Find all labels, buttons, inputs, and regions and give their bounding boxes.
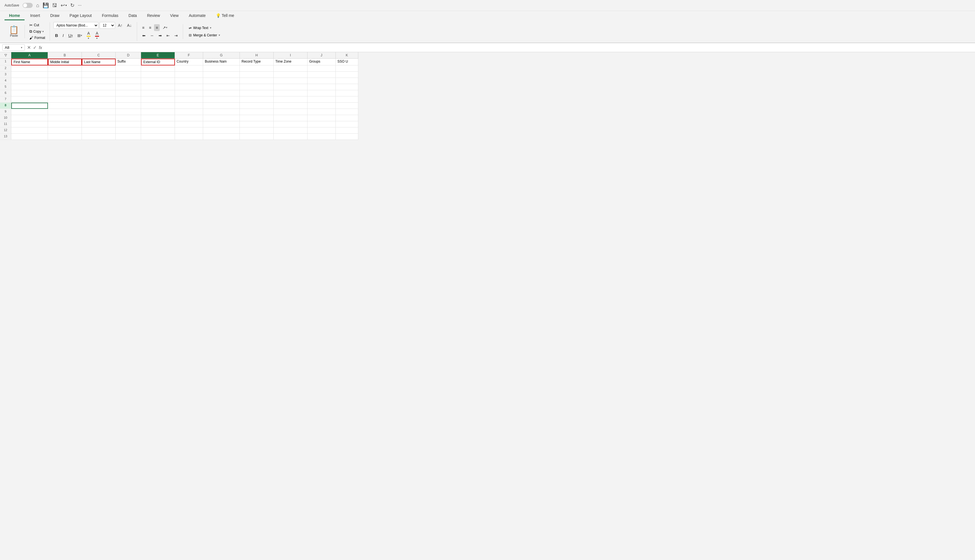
cell-d5[interactable] — [116, 84, 141, 90]
col-header-g[interactable]: G — [203, 52, 240, 58]
cell-b3[interactable] — [48, 72, 82, 78]
font-color-dropdown[interactable]: ▾ — [96, 37, 98, 40]
cell-e1[interactable]: External ID — [141, 58, 175, 65]
cell-b1[interactable]: Middle Initial — [48, 58, 82, 65]
cell-j1[interactable]: Groups — [307, 58, 336, 65]
cell-e12[interactable] — [141, 127, 175, 134]
format-painter-button[interactable]: 🖌 Format — [28, 35, 47, 41]
cell-b10[interactable] — [48, 115, 82, 121]
cell-c2[interactable] — [82, 65, 116, 72]
col-header-k[interactable]: K — [336, 52, 358, 58]
align-center-button[interactable]: ↔ — [149, 32, 156, 39]
row-number-13[interactable]: 13 — [0, 134, 11, 140]
underline-button[interactable]: U ▾ — [67, 32, 75, 39]
decrease-font-button[interactable]: A↓ — [125, 22, 133, 29]
col-header-b[interactable]: B — [48, 52, 82, 58]
cell-ref-dropdown[interactable]: ▾ — [21, 46, 22, 49]
cell-i13[interactable] — [274, 134, 307, 140]
merge-center-button[interactable]: ⊟ Merge & Center ▾ — [187, 32, 223, 38]
cell-k12[interactable] — [336, 127, 358, 134]
row-number-4[interactable]: 4 — [0, 78, 11, 84]
cell-c4[interactable] — [82, 78, 116, 84]
align-left-button[interactable]: ⬅ — [140, 32, 147, 39]
cell-d12[interactable] — [116, 127, 141, 134]
cell-j8[interactable] — [307, 103, 336, 109]
cell-h2[interactable] — [240, 65, 274, 72]
cell-c11[interactable] — [82, 121, 116, 127]
cell-h1[interactable]: Record Type — [240, 58, 274, 65]
align-top-left-button[interactable]: ≡ — [140, 24, 146, 31]
col-header-e[interactable]: E — [141, 52, 175, 58]
row-number-2[interactable]: 2 — [0, 65, 11, 72]
align-right-button[interactable]: ➡ — [157, 32, 164, 39]
cell-b12[interactable] — [48, 127, 82, 134]
cell-b4[interactable] — [48, 78, 82, 84]
increase-indent-button[interactable]: ⇥ — [173, 32, 179, 39]
more-options-button[interactable]: ··· — [78, 3, 82, 8]
cell-e11[interactable] — [141, 121, 175, 127]
row-number-5[interactable]: 5 — [0, 84, 11, 90]
cell-d3[interactable] — [116, 72, 141, 78]
confirm-formula-button[interactable]: ✓ — [33, 45, 37, 50]
cell-g9[interactable] — [203, 109, 240, 115]
cell-a2[interactable] — [11, 65, 48, 72]
cell-i9[interactable] — [274, 109, 307, 115]
cell-e10[interactable] — [141, 115, 175, 121]
cell-f9[interactable] — [175, 109, 203, 115]
cell-f5[interactable] — [175, 84, 203, 90]
cell-c8[interactable] — [82, 103, 116, 109]
cell-b11[interactable] — [48, 121, 82, 127]
italic-button[interactable]: I — [61, 32, 65, 39]
cancel-formula-button[interactable]: ✕ — [27, 45, 31, 50]
cell-k3[interactable] — [336, 72, 358, 78]
row-number-7[interactable]: 7 — [0, 97, 11, 103]
cell-f6[interactable] — [175, 90, 203, 97]
cell-e4[interactable] — [141, 78, 175, 84]
paste-button[interactable]: 📋 Paste — [7, 25, 21, 38]
cell-g5[interactable] — [203, 84, 240, 90]
cell-e3[interactable] — [141, 72, 175, 78]
cell-b8[interactable] — [48, 103, 82, 109]
copy-dropdown-arrow[interactable]: ▾ — [42, 30, 44, 33]
tab-home[interactable]: Home — [5, 11, 25, 20]
cell-j9[interactable] — [307, 109, 336, 115]
cell-f3[interactable] — [175, 72, 203, 78]
cell-a9[interactable] — [11, 109, 48, 115]
cell-h9[interactable] — [240, 109, 274, 115]
cell-i1[interactable]: Time Zone — [274, 58, 307, 65]
cell-g3[interactable] — [203, 72, 240, 78]
cell-a8[interactable] — [11, 103, 48, 109]
cell-d2[interactable] — [116, 65, 141, 72]
cell-j7[interactable] — [307, 97, 336, 103]
tab-data[interactable]: Data — [124, 11, 142, 20]
cell-h12[interactable] — [240, 127, 274, 134]
cell-k11[interactable] — [336, 121, 358, 127]
col-header-a[interactable]: A — [11, 52, 48, 58]
autosave-toggle[interactable] — [23, 3, 33, 8]
font-color-button[interactable]: A ▾ — [93, 30, 101, 41]
cell-c5[interactable] — [82, 84, 116, 90]
cell-g13[interactable] — [203, 134, 240, 140]
cell-d4[interactable] — [116, 78, 141, 84]
cell-a1[interactable]: First Name — [11, 58, 48, 65]
cell-k5[interactable] — [336, 84, 358, 90]
font-family-select[interactable]: Aptos Narrow (Bod... — [53, 22, 99, 29]
cell-e5[interactable] — [141, 84, 175, 90]
cell-g10[interactable] — [203, 115, 240, 121]
cell-a12[interactable] — [11, 127, 48, 134]
merge-dropdown[interactable]: ▾ — [219, 33, 220, 37]
cell-reference-box[interactable]: A8 ▾ — [2, 44, 25, 51]
tab-draw[interactable]: Draw — [46, 11, 64, 20]
copy-button[interactable]: ⧉ Copy ▾ — [28, 28, 47, 34]
cell-f2[interactable] — [175, 65, 203, 72]
cell-a4[interactable] — [11, 78, 48, 84]
row-number-11[interactable]: 11 — [0, 121, 11, 127]
tab-insert[interactable]: Insert — [26, 11, 45, 20]
cell-j12[interactable] — [307, 127, 336, 134]
cell-g8[interactable] — [203, 103, 240, 109]
cell-a3[interactable] — [11, 72, 48, 78]
cell-c1[interactable]: Last Name — [82, 58, 116, 65]
cell-c13[interactable] — [82, 134, 116, 140]
cell-j3[interactable] — [307, 72, 336, 78]
align-top-right-button[interactable]: ≡ — [154, 24, 160, 31]
